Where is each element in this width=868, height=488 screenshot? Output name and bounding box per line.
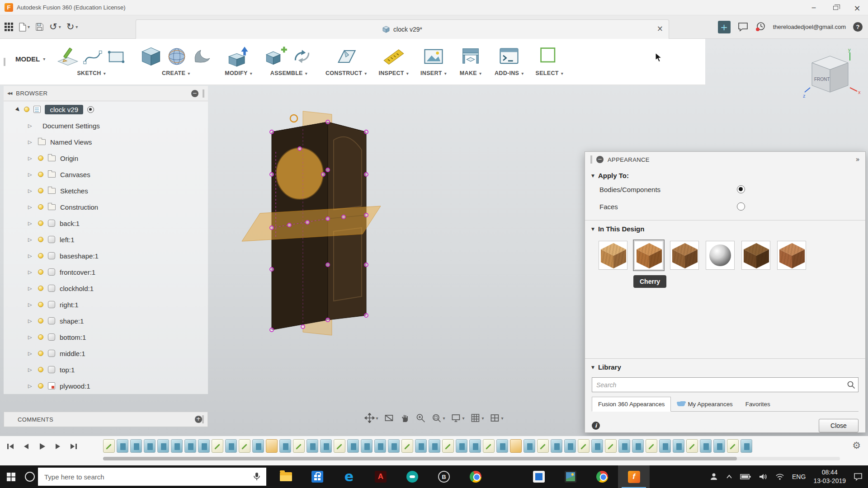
panel-grip[interactable] <box>203 89 204 98</box>
job-status-icon[interactable] <box>755 22 766 32</box>
visibility-bulb-icon[interactable] <box>38 204 43 210</box>
timeline-feature-icon[interactable] <box>537 439 549 453</box>
timeline-feature-icon[interactable] <box>103 439 115 453</box>
joint-button[interactable] <box>290 44 314 69</box>
expand-arrow-icon[interactable]: ▷ <box>28 253 33 259</box>
timeline-feature-icon[interactable] <box>252 439 264 453</box>
timeline-feature-icon[interactable] <box>225 439 237 453</box>
timeline-feature-icon[interactable] <box>591 439 603 453</box>
toolbar-group-label[interactable]: SKETCH▾ <box>77 70 106 76</box>
apply-to-section-header[interactable]: ▼ Apply To: <box>585 167 865 182</box>
step-forward-button[interactable] <box>52 441 64 452</box>
document-tab[interactable]: clock v29* × <box>136 19 669 39</box>
minimize-button[interactable]: ─ <box>803 0 825 15</box>
browser-tree-row[interactable]: ▷ Construction <box>4 199 208 215</box>
viewcube-front-label[interactable]: FRONT <box>814 77 830 82</box>
timeline-feature-icon[interactable] <box>279 439 291 453</box>
new-tab-button[interactable]: + <box>718 21 731 33</box>
timeline-feature-icon[interactable] <box>184 439 196 453</box>
radio-button[interactable] <box>737 185 745 193</box>
fit-zoom-window-button[interactable]: ▾ <box>431 413 445 423</box>
material-swatch[interactable] <box>706 241 735 270</box>
attached-canvas-button[interactable] <box>421 44 446 69</box>
visibility-bulb-icon[interactable] <box>38 383 43 389</box>
play-button[interactable] <box>36 441 48 452</box>
tree-node-label[interactable]: frontcover:1 <box>60 268 95 276</box>
visibility-bulb-icon[interactable] <box>38 237 43 242</box>
undo-button[interactable]: ↺▾ <box>49 22 61 32</box>
timeline-feature-icon[interactable] <box>374 439 386 453</box>
timeline-scrollbar[interactable] <box>103 457 840 460</box>
browser-tree-row[interactable]: ▷ frontcover:1 <box>4 264 208 280</box>
pan-button[interactable] <box>400 413 410 423</box>
timeline-feature-icon[interactable] <box>496 439 508 453</box>
search-icon[interactable] <box>847 380 855 389</box>
info-icon[interactable]: i <box>592 422 600 430</box>
orbit-button[interactable]: ▾ <box>364 413 378 423</box>
workspace-selector[interactable]: MODEL ▾ <box>15 55 45 63</box>
toolbar-group-label[interactable]: MAKE▾ <box>460 70 481 76</box>
browser-tree-row[interactable]: ▷ Sketches <box>4 183 208 199</box>
tree-node-label[interactable]: shape:1 <box>60 317 84 325</box>
expand-arrow-icon[interactable]: ▷ <box>28 269 33 275</box>
tree-node-label[interactable]: back:1 <box>60 220 80 227</box>
look-at-button[interactable] <box>384 413 394 423</box>
visibility-bulb-icon[interactable] <box>38 351 43 356</box>
timeline-feature-icon[interactable] <box>293 439 305 453</box>
speaker-icon[interactable] <box>759 473 768 480</box>
browser-tree-row[interactable]: ▷ Named Views <box>4 134 208 150</box>
timeline-feature-icon[interactable] <box>388 439 400 453</box>
app-grid-icon[interactable] <box>5 23 14 32</box>
timeline-feature-icon[interactable] <box>618 439 630 453</box>
zoom-button[interactable] <box>415 413 425 423</box>
visibility-bulb-icon[interactable] <box>38 155 43 161</box>
panel-grip[interactable] <box>202 415 204 423</box>
expand-arrow-icon[interactable]: ▷ <box>28 139 33 145</box>
timeline-feature-icon[interactable] <box>713 439 725 453</box>
tree-node-label[interactable]: baseshape:1 <box>60 252 99 260</box>
expand-arrow-icon[interactable]: ▷ <box>28 155 33 161</box>
expand-arrow-icon[interactable]: ▷ <box>28 204 33 210</box>
apply-to-option-row[interactable]: Bodies/Components <box>599 182 745 197</box>
step-back-button[interactable] <box>20 441 32 452</box>
viewports-button[interactable]: ▾ <box>490 413 504 423</box>
taskbar-app-icon[interactable] <box>460 465 491 488</box>
taskbar-app-icon[interactable] <box>523 465 555 488</box>
timeline-feature-icon[interactable] <box>334 439 345 453</box>
visibility-bulb-icon[interactable] <box>24 107 29 112</box>
activate-component-radio[interactable] <box>87 106 94 113</box>
browser-tree-row[interactable]: ▷ right:1 <box>4 296 208 313</box>
browser-tree-row[interactable]: ▷ clockhold:1 <box>4 280 208 296</box>
new-component-button[interactable] <box>264 44 288 69</box>
browser-tree-row[interactable]: ▷ shape:1 <box>4 313 208 329</box>
expand-arrow-icon[interactable]: ▷ <box>28 188 33 194</box>
tree-node-label[interactable]: top:1 <box>60 366 75 374</box>
toolbar-group-label[interactable]: ADD-INS▾ <box>495 70 524 76</box>
create-box-button[interactable] <box>139 44 163 69</box>
visibility-bulb-icon[interactable] <box>38 188 43 193</box>
taskbar-app-icon[interactable]: f <box>618 465 650 488</box>
library-search-input[interactable] <box>592 377 859 392</box>
timeline-feature-icon[interactable] <box>551 439 562 453</box>
create-freeform-button[interactable] <box>190 44 213 69</box>
timeline-feature-icon[interactable] <box>646 439 657 453</box>
taskbar-app-icon[interactable]: e <box>333 465 365 488</box>
timeline-feature-icon[interactable] <box>510 439 522 453</box>
expand-arrow-icon[interactable]: ▷ <box>28 286 33 291</box>
tree-node-label[interactable]: Named Views <box>50 138 92 146</box>
timeline-scrollbar-thumb[interactable] <box>103 457 737 460</box>
scripts-addins-button[interactable] <box>497 44 521 69</box>
browser-tree-row[interactable]: ▷ Canvases <box>4 166 208 183</box>
browser-tree-row[interactable]: ▷ top:1 <box>4 361 208 378</box>
expand-arrow-icon[interactable]: ▷ <box>28 367 33 373</box>
library-section-header[interactable]: ▼ Library <box>585 359 865 374</box>
tree-node-label[interactable]: Origin <box>60 155 78 162</box>
tree-node-label[interactable]: plywood:1 <box>60 382 90 390</box>
taskbar-app-icon[interactable]: A <box>365 465 396 488</box>
visibility-bulb-icon[interactable] <box>38 318 43 324</box>
restore-button[interactable] <box>825 0 846 15</box>
material-swatch[interactable] <box>634 241 663 270</box>
account-email[interactable]: thereloadedjoel@gmail.com <box>773 23 846 30</box>
comments-bubble-icon[interactable] <box>738 22 748 32</box>
hidden-icons-chevron[interactable] <box>726 474 732 479</box>
